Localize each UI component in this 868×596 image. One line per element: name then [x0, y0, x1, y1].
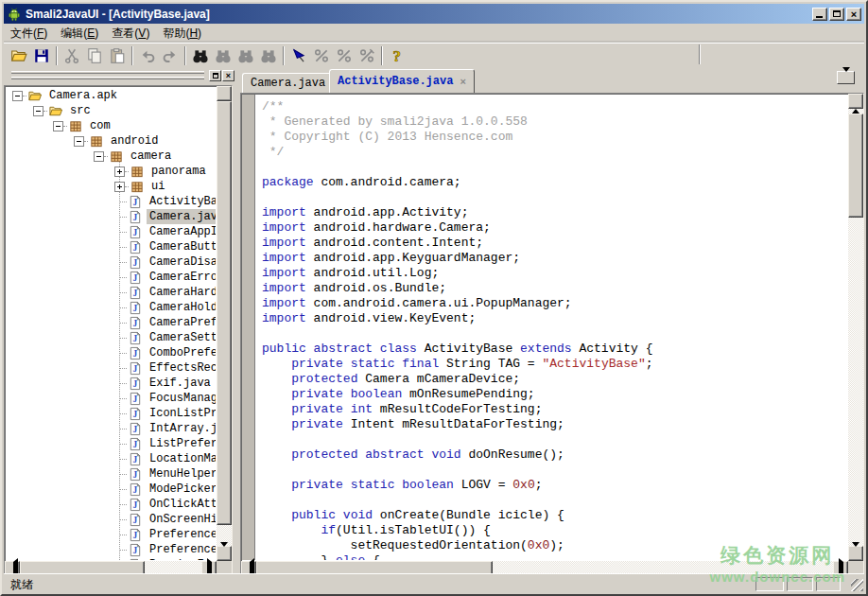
resize-grip[interactable]	[851, 579, 863, 591]
tree-item-camera-apk[interactable]: Camera.apk	[6, 88, 216, 103]
tree-scroll-down-button[interactable]	[217, 546, 232, 561]
tree-item-camera[interactable]: camera	[6, 149, 216, 164]
tree-item-intarray-java[interactable]: JIntArray.java	[6, 421, 216, 436]
tree-item-combopreferences-java[interactable]: JComboPreferences.java	[6, 345, 216, 360]
expand-icon[interactable]	[114, 167, 125, 177]
tree-item-listpreference-java[interactable]: JListPreference.java	[6, 436, 216, 451]
code-line: package com.android.camera;	[262, 175, 847, 190]
tree-item-previewframelayout-java[interactable]: JPreviewFrameLayout.java	[6, 557, 216, 560]
code-view[interactable]: /** * Generated by smali2java 1.0.0.558 …	[262, 99, 847, 560]
tree-item-src[interactable]: src	[6, 103, 216, 118]
tree-item-focusmanager-java[interactable]: JFocusManager.java	[6, 391, 216, 406]
panel-gripper[interactable]	[11, 77, 204, 79]
menu-file[interactable]: 文件(F)	[4, 24, 54, 44]
tree-item-menuhelper-java[interactable]: JMenuHelper.java	[6, 466, 216, 482]
panel-float-button[interactable]	[209, 70, 221, 81]
find-button[interactable]	[189, 45, 212, 66]
tree-item-locationmanager-java[interactable]: JLocationManager.java	[6, 451, 216, 466]
expand-icon[interactable]	[114, 182, 125, 192]
tree-item-activitybase-java[interactable]: JActivityBase.java	[6, 194, 216, 209]
java-file-icon: J	[128, 255, 143, 270]
tree-item-label: CameraButtonIntentReceiver.java	[147, 239, 216, 254]
save-button[interactable]	[30, 45, 53, 66]
undo-button[interactable]	[136, 45, 159, 66]
menu-help[interactable]: 帮助(H)	[156, 24, 208, 44]
window-title: Smali2JavaUI - [ActivityBase.java]	[26, 8, 210, 21]
open-file-button[interactable]	[8, 45, 30, 66]
tree-item-android[interactable]: android	[6, 133, 216, 149]
convert-a-button[interactable]	[310, 45, 333, 66]
paste-button[interactable]	[106, 45, 129, 66]
menu-view[interactable]: 查看(V)	[105, 24, 156, 44]
collapse-icon[interactable]	[74, 136, 84, 147]
tree-scroll-up-button[interactable]	[217, 86, 232, 101]
close-button[interactable]: ×	[846, 8, 861, 21]
arrow-up-icon	[852, 91, 859, 114]
tree-item-camerahardwareexception-java[interactable]: JCameraHardwareException.java	[6, 285, 216, 300]
tree-item-modepicker-java[interactable]: JModePicker.java	[6, 482, 216, 497]
tree-item-cameradisabledexception-java[interactable]: JCameraDisabledException.java	[6, 254, 216, 270]
find-next-button[interactable]	[212, 45, 234, 66]
tree-item-preferencegroup-java[interactable]: JPreferenceGroup.java	[6, 527, 216, 542]
find-in-files-button[interactable]	[257, 45, 280, 66]
tree-item-iconlistpreference-java[interactable]: JIconListPreference.java	[6, 406, 216, 421]
tree-item-label: ListPreference.java	[147, 436, 216, 451]
tree-item-camera-java[interactable]: JCamera.java	[6, 209, 216, 224]
tree-item-onscreenhint-java[interactable]: JOnScreenHint.java	[6, 512, 216, 527]
collapse-icon[interactable]	[12, 91, 23, 101]
tab-close-icon[interactable]: ×	[460, 76, 465, 87]
tab-activitybase-java[interactable]: ActivityBase.java ×	[329, 69, 475, 93]
find-previous-button[interactable]	[234, 45, 257, 66]
tree-item-label: PreviewFrameLayout.java	[147, 557, 216, 560]
flag-button[interactable]	[287, 45, 310, 66]
cut-icon	[62, 47, 81, 64]
tree-item-panorama[interactable]: panorama	[6, 164, 216, 179]
tree-item-effectsrecorder-java[interactable]: JEffectsRecorder.java	[6, 360, 216, 376]
collapse-icon[interactable]	[33, 106, 43, 116]
panel-gripper[interactable]	[11, 71, 204, 74]
menu-edit[interactable]: 编辑(E)	[54, 24, 105, 44]
tree-item-cameraappimpl-java[interactable]: JCameraAppImpl.java	[6, 224, 216, 239]
editor-scroll-up-button[interactable]	[848, 94, 863, 109]
editor-vertical-scrollbar[interactable]	[848, 94, 863, 561]
tree-scroll-thumb[interactable]	[217, 101, 232, 525]
tree-item-cameraholder-java[interactable]: JCameraHolder.java	[6, 300, 216, 315]
convert-b-button[interactable]	[333, 45, 356, 66]
tree-item-exif-java[interactable]: JExif.java	[6, 376, 216, 391]
svg-text:J: J	[132, 516, 137, 525]
tree-item-preferenceinflater-java[interactable]: JPreferenceInflater.java	[6, 542, 216, 557]
tab-list-dropdown-button[interactable]	[837, 71, 855, 84]
pane-splitter[interactable]	[233, 68, 240, 573]
editor-scroll-down-button[interactable]	[848, 546, 863, 561]
cut-button[interactable]	[61, 45, 83, 66]
collapse-icon[interactable]	[94, 151, 104, 162]
svg-text:J: J	[132, 379, 137, 389]
svg-text:J: J	[132, 364, 137, 374]
tree-connector-stub	[119, 489, 127, 490]
convert-c-button[interactable]	[356, 45, 378, 66]
tree-item-com[interactable]: com	[6, 118, 216, 133]
copy-icon	[85, 47, 104, 64]
java-file-icon: J	[128, 422, 143, 436]
tree-vertical-scrollbar[interactable]	[217, 86, 232, 561]
tree-item-camerabuttonintentreceiver-java[interactable]: JCameraButtonIntentReceiver.java	[6, 239, 216, 254]
tree-item-ui[interactable]: ui	[6, 179, 216, 194]
maximize-button[interactable]	[829, 8, 844, 21]
help-button[interactable]: ?	[386, 45, 408, 66]
tree-item-label: EffectsRecorder.java	[147, 360, 216, 376]
tree-item-camerapreference-java[interactable]: JCameraPreference.java	[6, 315, 216, 330]
open-folder-icon	[9, 47, 28, 64]
collapse-icon[interactable]	[53, 121, 63, 131]
svg-text:J: J	[132, 228, 137, 237]
code-line	[262, 160, 847, 175]
minimize-button[interactable]	[812, 8, 827, 21]
title-bar: Smali2JavaUI - [ActivityBase.java] ×	[4, 4, 864, 24]
code-line: private static final String TAG = "Activ…	[262, 357, 847, 372]
tree-item-onclickattr-java[interactable]: JOnClickAttr.java	[6, 497, 216, 512]
tree-item-cameraerrorcallback-java[interactable]: JCameraErrorCallback.java	[6, 270, 216, 285]
copy-button[interactable]	[83, 45, 106, 66]
redo-button[interactable]	[159, 45, 182, 66]
tree-connector-stub	[119, 232, 127, 233]
editor-scroll-thumb[interactable]	[848, 114, 863, 218]
tree-item-camerasettings-java[interactable]: JCameraSettings.java	[6, 330, 216, 345]
